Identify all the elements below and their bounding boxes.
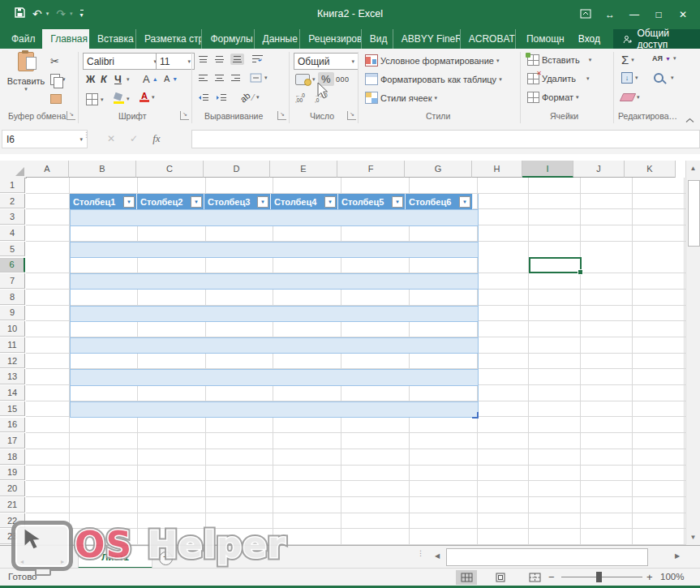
minimize-button[interactable]: — <box>622 9 646 20</box>
clipboard-dialog-launcher-icon[interactable]: ↘ <box>67 111 75 120</box>
row-header-11[interactable]: 11 <box>0 337 25 353</box>
comma-style-button[interactable]: 000 <box>336 75 350 84</box>
number-dialog-launcher-icon[interactable]: ↘ <box>347 111 356 120</box>
tab-abbyy-finer[interactable]: ABBYY FineR <box>393 29 461 49</box>
sort-filter-button[interactable]: АЯ▼▾ <box>652 54 676 62</box>
zoom-out-button[interactable]: − <box>548 571 555 583</box>
vertical-scroll-thumb[interactable] <box>688 180 700 247</box>
select-all-button[interactable] <box>0 161 27 178</box>
table-header-3[interactable]: Столбец3▼ <box>204 194 271 210</box>
underline-button[interactable]: Ч <box>114 74 122 85</box>
row-header-6[interactable]: 6 <box>0 258 25 273</box>
font-size-combo[interactable]: 11▾ <box>156 53 195 70</box>
row-header-19[interactable]: 19 <box>0 466 25 481</box>
accounting-format-button[interactable]: ▾ <box>295 74 316 85</box>
format-painter-button[interactable] <box>50 94 62 104</box>
row-header-12[interactable]: 12 <box>0 354 25 369</box>
page-layout-view-button[interactable] <box>490 570 511 585</box>
copy-button[interactable]: ▾ <box>50 74 66 85</box>
resize-icon[interactable]: ↔ <box>598 9 622 20</box>
table-header-5[interactable]: Столбец5▼ <box>338 194 406 210</box>
row-header-18[interactable]: 18 <box>0 449 25 465</box>
zoom-percent[interactable]: 100% <box>660 572 684 582</box>
table-header-4[interactable]: Столбец4▼ <box>271 194 338 210</box>
filter-dropdown-icon[interactable]: ▼ <box>392 196 403 208</box>
align-right-button[interactable] <box>230 74 241 82</box>
column-header-F[interactable]: F <box>337 161 405 178</box>
column-header-J[interactable]: J <box>573 161 625 178</box>
zoom-slider-thumb[interactable] <box>596 572 602 582</box>
enter-icon[interactable]: ✓ <box>130 133 138 144</box>
scroll-left-icon[interactable]: ◀ <box>431 547 444 565</box>
align-middle-button[interactable] <box>214 55 225 63</box>
zoom-slider-track[interactable] <box>561 577 642 577</box>
maximize-button[interactable]: □ <box>646 9 671 20</box>
italic-button[interactable]: К <box>101 74 107 85</box>
tab-главная[interactable]: Главная <box>42 29 89 49</box>
font-family-combo[interactable]: Calibri▾ <box>83 53 161 70</box>
column-header-C[interactable]: C <box>136 161 204 178</box>
underline-dropdown-icon[interactable]: ▾ <box>127 76 130 83</box>
fill-button[interactable]: ↓▾ <box>621 72 638 84</box>
filter-dropdown-icon[interactable]: ▼ <box>123 196 135 208</box>
row-header-15[interactable]: 15 <box>0 401 25 417</box>
cut-button[interactable]: ✂ <box>50 55 59 67</box>
tab-help[interactable]: Помощн <box>516 29 570 49</box>
close-button[interactable]: ✕ <box>671 9 695 20</box>
font-color-button[interactable]: А▾ <box>140 92 155 102</box>
column-header-E[interactable]: E <box>270 161 337 178</box>
active-cell-I6[interactable] <box>529 257 582 274</box>
format-cells-button[interactable]: Формат▾ <box>527 92 579 103</box>
tab-разметка-стр[interactable]: Разметка стр <box>136 29 203 49</box>
collapse-ribbon-icon[interactable] <box>685 112 694 127</box>
row-header-4[interactable]: 4 <box>0 225 25 241</box>
paste-button[interactable]: Вставить ▾ <box>5 52 47 107</box>
column-header-G[interactable]: G <box>405 161 472 178</box>
align-bottom-button[interactable] <box>230 54 244 65</box>
scroll-up-icon[interactable]: ▲ <box>686 165 700 172</box>
share-button[interactable]: Общий доступ <box>613 29 700 49</box>
tab-формулы[interactable]: Формулы <box>202 29 254 49</box>
align-top-button[interactable] <box>198 55 208 63</box>
row-header-8[interactable]: 8 <box>0 290 25 305</box>
number-format-combo[interactable]: Общий▾ <box>294 53 359 70</box>
grow-font-button[interactable]: А▲ <box>143 73 158 85</box>
filter-dropdown-icon[interactable]: ▼ <box>191 196 202 208</box>
row-header-2[interactable]: 2 <box>0 194 25 209</box>
horizontal-scroll-thumb[interactable] <box>446 548 648 566</box>
formula-input[interactable] <box>191 130 700 148</box>
merge-center-button[interactable]: ▾ <box>250 73 268 83</box>
increase-decimal-button[interactable]: ←.0 ,00 <box>295 93 305 103</box>
clear-button[interactable]: ▾ <box>621 93 640 101</box>
ribbon-display-options-icon[interactable] <box>573 9 598 21</box>
conditional-formatting-button[interactable]: Условное форматирование▾ <box>365 54 499 67</box>
row-header-21[interactable]: 21 <box>0 497 25 513</box>
tab-acrobat[interactable]: ACROBAT <box>461 29 516 49</box>
table-header-1[interactable]: Столбец1▼ <box>70 194 137 210</box>
hscroll-grip[interactable]: ⋮ <box>417 552 424 555</box>
row-header-17[interactable]: 17 <box>0 433 25 449</box>
table-header-6[interactable]: Столбец6▼ <box>406 194 473 210</box>
tab-данные[interactable]: Данные <box>255 29 301 49</box>
cells-area[interactable]: Столбец1▼Столбец2▼Столбец3▼Столбец4▼Стол… <box>26 178 685 545</box>
find-select-button[interactable]: ▾ <box>654 73 674 83</box>
shrink-font-button[interactable]: А▼ <box>164 74 178 84</box>
filter-dropdown-icon[interactable]: ▼ <box>257 196 268 208</box>
column-header-I[interactable]: I <box>522 161 573 178</box>
row-header-14[interactable]: 14 <box>0 385 25 401</box>
name-box[interactable]: I6▾ <box>2 130 88 148</box>
page-break-view-button[interactable] <box>524 570 545 585</box>
orientation-button[interactable]: ab⁄▾ <box>240 92 260 102</box>
format-as-table-button[interactable]: Форматировать как таблицу▾ <box>365 73 502 85</box>
formula-bar-grip[interactable]: ⋮ <box>83 133 90 136</box>
tab-файл[interactable]: Файл <box>0 29 42 49</box>
table-resize-handle[interactable] <box>472 412 479 418</box>
alignment-dialog-launcher-icon[interactable]: ↘ <box>277 111 286 120</box>
insert-function-icon[interactable]: fx <box>152 132 160 145</box>
normal-view-button[interactable] <box>456 570 477 585</box>
column-header-B[interactable]: B <box>69 161 136 178</box>
row-header-16[interactable]: 16 <box>0 418 25 433</box>
column-header-H[interactable]: H <box>472 161 522 178</box>
row-header-9[interactable]: 9 <box>0 306 25 321</box>
align-center-button[interactable] <box>214 74 225 82</box>
